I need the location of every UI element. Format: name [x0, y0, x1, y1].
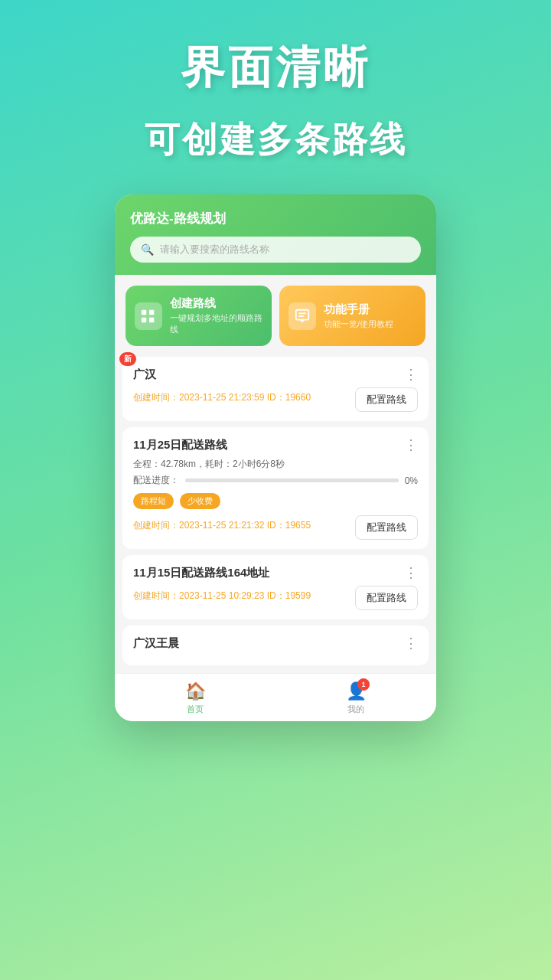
route-name: 11月15日配送路线164地址 — [133, 566, 269, 580]
route-meta: 创建时间：2023-11-25 10:29:23 ID：19599 — [133, 590, 311, 603]
nav-profile[interactable]: 1 👤 我的 — [276, 674, 436, 721]
phone-card: 优路达-路线规划 🔍 请输入要搜索的路线名称 创建路线 一键规划多地址的顺路路线 — [115, 194, 436, 721]
table-row: 11月15日配送路线164地址 ⋮ 创建时间：2023-11-25 10:29:… — [122, 555, 429, 619]
search-bar[interactable]: 🔍 请输入要搜索的路线名称 — [130, 237, 421, 263]
notification-badge: 1 — [357, 678, 370, 691]
route-header: 广汉 ⋮ — [133, 366, 418, 383]
route-name: 广汉王晨 — [133, 636, 179, 651]
route-more-button[interactable]: ⋮ — [404, 635, 418, 652]
search-icon: 🔍 — [141, 243, 154, 256]
hero-subtitle: 可创建多条路线 — [145, 116, 407, 164]
route-header: 广汉王晨 ⋮ — [133, 635, 418, 652]
svg-rect-4 — [296, 309, 309, 319]
config-route-button[interactable]: 配置路线 — [355, 387, 418, 412]
hero-title: 界面清晰 — [181, 38, 370, 98]
route-stats: 全程：42.78km，耗时：2小时6分8秒 — [133, 458, 418, 471]
route-name: 广汉 — [133, 368, 156, 382]
svg-rect-3 — [149, 317, 154, 322]
tag-low-fee: 少收费 — [180, 493, 220, 509]
config-route-button[interactable]: 配置路线 — [355, 586, 418, 610]
route-meta: 创建时间：2023-11-25 21:23:59 ID：19660 — [133, 391, 311, 404]
new-badge: 新 — [119, 352, 136, 366]
app-title: 优路达-路线规划 — [130, 210, 421, 227]
progress-bar — [185, 479, 399, 482]
table-row: 新 广汉 ⋮ 创建时间：2023-11-25 21:23:59 ID：19660… — [122, 357, 429, 421]
create-route-title: 创建路线 — [170, 296, 262, 311]
routes-list: 新 广汉 ⋮ 创建时间：2023-11-25 21:23:59 ID：19660… — [115, 357, 436, 673]
route-more-button[interactable]: ⋮ — [404, 436, 418, 453]
tags-row: 路程短 少收费 — [133, 493, 418, 509]
route-meta: 创建时间：2023-11-25 21:21:32 ID：19655 — [133, 519, 311, 532]
route-header: 11月15日配送路线164地址 ⋮ — [133, 564, 418, 581]
svg-rect-2 — [149, 309, 154, 314]
search-placeholder-text: 请输入要搜索的路线名称 — [160, 243, 269, 256]
create-route-icon — [135, 302, 162, 330]
progress-label: 配送进度： — [133, 474, 179, 487]
tag-short-distance: 路程短 — [133, 493, 174, 509]
route-header: 11月25日配送路线 ⋮ — [133, 436, 418, 453]
create-route-button[interactable]: 创建路线 一键规划多地址的顺路路线 — [126, 286, 272, 346]
route-more-button[interactable]: ⋮ — [404, 366, 418, 383]
progress-percent: 0% — [405, 475, 418, 486]
table-row: 11月25日配送路线 ⋮ 全程：42.78km，耗时：2小时6分8秒 配送进度：… — [122, 427, 429, 549]
route-name: 11月25日配送路线 — [133, 438, 227, 452]
action-buttons: 创建路线 一键规划多地址的顺路路线 功能手册 功能一览/使用教程 — [115, 275, 436, 357]
route-footer: 创建时间：2023-11-25 10:29:23 ID：19599 配置路线 — [133, 586, 418, 610]
nav-home-label: 首页 — [187, 704, 204, 715]
nav-home[interactable]: 🏠 首页 — [115, 674, 276, 721]
config-route-button[interactable]: 配置路线 — [355, 515, 418, 540]
route-footer: 创建时间：2023-11-25 21:23:59 ID：19660 配置路线 — [133, 387, 418, 412]
manual-desc: 功能一览/使用教程 — [324, 318, 393, 330]
manual-icon — [289, 302, 316, 330]
manual-title: 功能手册 — [324, 302, 393, 317]
svg-rect-0 — [142, 309, 146, 314]
bottom-nav: 🏠 首页 1 👤 我的 — [115, 673, 436, 721]
nav-profile-label: 我的 — [347, 704, 364, 715]
card-header: 优路达-路线规划 🔍 请输入要搜索的路线名称 — [115, 194, 436, 275]
create-route-desc: 一键规划多地址的顺路路线 — [170, 312, 262, 335]
route-more-button[interactable]: ⋮ — [404, 564, 418, 581]
progress-row: 配送进度： 0% — [133, 474, 418, 487]
home-icon: 🏠 — [185, 681, 206, 701]
route-footer: 创建时间：2023-11-25 21:21:32 ID：19655 配置路线 — [133, 515, 418, 540]
manual-button[interactable]: 功能手册 功能一览/使用教程 — [279, 286, 425, 346]
svg-rect-1 — [142, 317, 146, 322]
table-row: 广汉王晨 ⋮ — [122, 626, 429, 665]
